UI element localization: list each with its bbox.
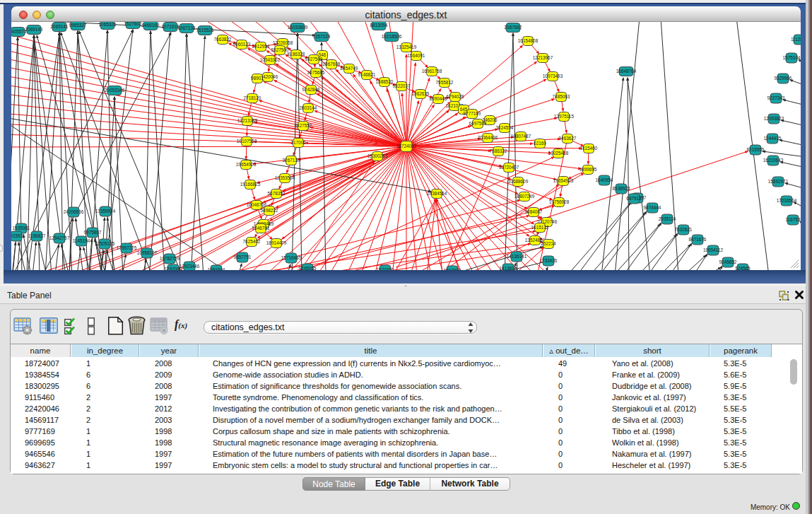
svg-text:12505135: 12505135 (95, 241, 115, 246)
svg-text:7632621: 7632621 (675, 227, 693, 232)
svg-text:9227343: 9227343 (767, 95, 785, 100)
svg-text:8990448: 8990448 (430, 96, 447, 101)
svg-text:12923446: 12923446 (180, 264, 200, 269)
svg-text:1935061: 1935061 (13, 226, 30, 230)
svg-text:13226058: 13226058 (273, 40, 293, 45)
svg-text:9084067: 9084067 (525, 209, 543, 214)
svg-text:15692971: 15692971 (768, 179, 789, 184)
svg-text:7515526: 7515526 (196, 28, 214, 33)
svg-text:3267130: 3267130 (283, 158, 300, 163)
svg-text:19654923: 19654923 (553, 178, 574, 183)
svg-text:1112803: 1112803 (791, 37, 801, 42)
svg-text:10654112: 10654112 (703, 247, 723, 252)
svg-text:9245652: 9245652 (719, 259, 737, 264)
svg-text:1733426: 1733426 (540, 258, 558, 263)
svg-text:98901: 98901 (251, 76, 264, 81)
svg-text:19218506: 19218506 (382, 34, 402, 39)
svg-text:2803144: 2803144 (300, 105, 317, 110)
svg-text:687912: 687912 (626, 196, 642, 201)
svg-text:16033809: 16033809 (288, 25, 308, 30)
svg-text:1615132: 1615132 (531, 225, 549, 230)
svg-text:14136141: 14136141 (507, 254, 527, 259)
svg-text:8938923: 8938923 (613, 186, 630, 191)
svg-text:9463627: 9463627 (559, 136, 577, 141)
svg-text:9327508: 9327508 (305, 57, 323, 62)
svg-text:2718120: 2718120 (244, 95, 261, 100)
svg-text:16648764: 16648764 (616, 69, 637, 74)
svg-text:18807249: 18807249 (514, 194, 535, 199)
svg-text:1588520: 1588520 (376, 79, 394, 84)
svg-text:15300213: 15300213 (367, 153, 388, 158)
svg-text:9899695: 9899695 (579, 167, 597, 172)
svg-text:19654905: 19654905 (236, 162, 257, 167)
svg-text:16046766: 16046766 (247, 202, 267, 207)
svg-text:9777169: 9777169 (464, 111, 481, 116)
svg-text:8454749: 8454749 (341, 66, 358, 71)
svg-text:1575104: 1575104 (783, 55, 801, 60)
svg-text:13325419: 13325419 (396, 45, 417, 49)
svg-text:116753: 116753 (786, 217, 801, 222)
svg-text:5498222: 5498222 (261, 208, 278, 213)
svg-text:6466160: 6466160 (142, 23, 160, 28)
svg-text:7357224: 7357224 (313, 34, 331, 39)
svg-text:1244415: 1244415 (764, 136, 782, 141)
svg-text:1067138: 1067138 (178, 25, 196, 30)
svg-text:10025438: 10025438 (548, 151, 569, 156)
svg-text:9146821: 9146821 (358, 72, 376, 77)
svg-text:1065326: 1065326 (99, 22, 117, 27)
svg-text:17016504: 17016504 (777, 198, 797, 203)
svg-text:1071918: 1071918 (162, 24, 180, 29)
svg-text:1292000: 1292000 (165, 267, 182, 270)
svg-text:16210643: 16210643 (763, 158, 784, 163)
svg-text:2867608: 2867608 (323, 62, 341, 66)
svg-text:2069140: 2069140 (25, 27, 43, 32)
svg-text:1156827: 1156827 (28, 233, 46, 238)
svg-text:3675685: 3675685 (307, 70, 325, 75)
svg-text:1145194: 1145194 (73, 238, 90, 243)
svg-text:16961758: 16961758 (422, 69, 442, 74)
svg-text:18724007: 18724007 (396, 144, 417, 148)
svg-text:9245065: 9245065 (299, 266, 317, 270)
svg-text:8471676: 8471676 (689, 237, 707, 242)
svg-text:3915911: 3915911 (11, 233, 25, 238)
svg-text:9346781: 9346781 (252, 226, 270, 230)
svg-text:15716485: 15716485 (281, 255, 302, 260)
svg-text:19756928: 19756928 (549, 199, 570, 204)
svg-text:12942757: 12942757 (49, 235, 70, 240)
svg-text:3912954: 3912954 (252, 44, 270, 49)
svg-text:1413000: 1413000 (444, 268, 461, 270)
svg-text:10688609: 10688609 (508, 179, 529, 184)
svg-text:8427552: 8427552 (295, 123, 312, 128)
svg-text:10807487: 10807487 (511, 134, 531, 139)
svg-text:9322037: 9322037 (393, 83, 411, 88)
svg-text:20364436: 20364436 (478, 135, 498, 140)
svg-text:7386322: 7386322 (490, 148, 507, 153)
svg-text:9115460: 9115460 (580, 146, 598, 151)
svg-text:10973493: 10973493 (543, 74, 563, 78)
svg-text:17359924: 17359924 (95, 209, 116, 214)
svg-text:7663822: 7663822 (214, 37, 232, 42)
svg-text:6497508: 6497508 (469, 121, 487, 126)
svg-text:9329966: 9329966 (775, 76, 792, 81)
svg-text:8813054: 8813054 (370, 23, 388, 28)
svg-text:1292344: 1292344 (208, 267, 225, 270)
svg-text:12213389: 12213389 (237, 118, 258, 123)
svg-text:1564091: 1564091 (408, 53, 425, 58)
svg-text:9242848: 9242848 (302, 87, 320, 92)
svg-text:7955812: 7955812 (436, 80, 454, 85)
svg-text:1413614: 1413614 (500, 266, 517, 270)
svg-text:16914479: 16914479 (266, 240, 287, 245)
svg-text:17957225: 17957225 (117, 245, 137, 250)
svg-text:10958107: 10958107 (137, 250, 158, 255)
svg-text:217006: 217006 (290, 140, 306, 145)
svg-text:924565: 924565 (735, 266, 751, 270)
svg-text:2069141: 2069141 (51, 24, 69, 29)
svg-text:16782759: 16782759 (160, 256, 180, 261)
svg-text:20053346: 20053346 (105, 88, 125, 93)
svg-text:24206536: 24206536 (64, 209, 84, 214)
svg-text:15720407: 15720407 (499, 165, 519, 170)
svg-text:5678352: 5678352 (268, 191, 286, 196)
svg-text:10107553: 10107553 (237, 139, 257, 144)
svg-text:9660123: 9660123 (233, 42, 251, 47)
svg-text:7625402: 7625402 (243, 239, 261, 244)
